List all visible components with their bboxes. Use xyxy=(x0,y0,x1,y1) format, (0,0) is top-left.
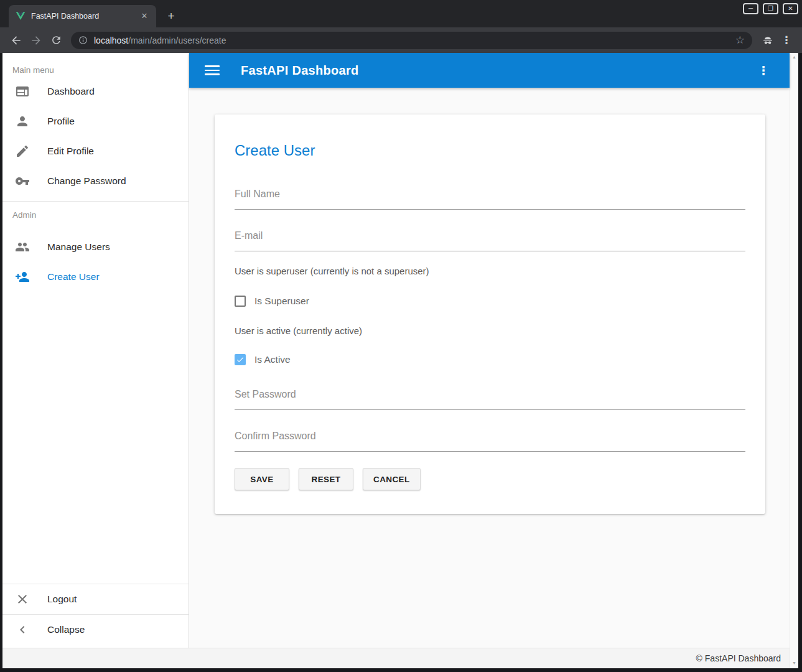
window-controls: ─ ❐ ✕ xyxy=(743,3,798,14)
reset-button[interactable]: RESET xyxy=(299,468,353,490)
sidebar-item-change-password[interactable]: Change Password xyxy=(2,166,189,196)
active-hint: User is active (currently active) xyxy=(235,325,745,337)
close-window-button[interactable]: ✕ xyxy=(783,3,798,14)
set-password-input[interactable] xyxy=(235,387,745,410)
sidebar-item-collapse[interactable]: Collapse xyxy=(2,615,189,645)
browser-tab-strip: FastAPI Dashboard ✕ + ─ ❐ ✕ xyxy=(0,0,802,27)
people-icon xyxy=(15,240,30,254)
full-name-field-wrap xyxy=(235,187,745,210)
incognito-avatar-button[interactable] xyxy=(758,31,777,50)
sidebar-item-create-user[interactable]: Create User xyxy=(2,262,189,292)
form-buttons: SAVE RESET CANCEL xyxy=(235,468,745,490)
set-password-field-wrap xyxy=(235,387,745,410)
back-arrow-icon xyxy=(10,34,22,47)
vue-favicon-icon xyxy=(16,11,26,21)
new-tab-button[interactable]: + xyxy=(164,9,179,24)
dashboard-icon xyxy=(15,84,30,99)
scroll-up-icon[interactable]: ▲ xyxy=(792,55,796,60)
back-button[interactable] xyxy=(6,30,26,50)
app-bar: FastAPI Dashboard ⋮ xyxy=(189,53,790,88)
sidebar-item-edit-profile[interactable]: Edit Profile xyxy=(2,136,189,166)
confirm-password-input[interactable] xyxy=(235,429,745,452)
is-active-checkbox[interactable] xyxy=(235,354,246,365)
url-path: /main/admin/users/create xyxy=(128,35,226,45)
app-title: FastAPI Dashboard xyxy=(241,63,756,78)
bookmark-star-icon[interactable]: ☆ xyxy=(735,34,745,47)
sidebar-item-label: Change Password xyxy=(47,175,126,187)
page-title: Create User xyxy=(235,142,745,159)
sidebar-item-label: Profile xyxy=(47,116,75,127)
sidebar: Main menu Dashboard Profile xyxy=(2,53,189,648)
is-active-label: Is Active xyxy=(254,354,291,365)
copyright-text: © FastAPI Dashboard xyxy=(696,653,781,663)
create-user-card: Create User User is superuser (currently… xyxy=(215,114,765,514)
reload-icon xyxy=(50,34,62,46)
sidebar-section-label-main-menu: Main menu xyxy=(2,53,189,77)
checkmark-icon xyxy=(236,355,245,364)
tab-title: FastAPI Dashboard xyxy=(31,12,139,21)
site-info-icon[interactable] xyxy=(78,35,88,45)
sidebar-spacer xyxy=(2,292,189,584)
close-x-icon xyxy=(15,592,30,607)
forward-button[interactable] xyxy=(26,30,46,50)
url-text: localhost/main/admin/users/create xyxy=(94,35,730,45)
scroll-down-icon[interactable]: ▼ xyxy=(792,661,796,666)
page-main: Main menu Dashboard Profile xyxy=(2,53,790,668)
is-superuser-checkbox[interactable] xyxy=(235,296,246,307)
is-superuser-checkbox-row[interactable]: Is Superuser xyxy=(235,294,745,309)
edit-pencil-icon xyxy=(15,144,30,159)
page-footer: © FastAPI Dashboard xyxy=(2,648,790,668)
kebab-icon: ⋮ xyxy=(781,34,792,47)
sidebar-item-label: Edit Profile xyxy=(47,146,94,157)
tab-close-icon[interactable]: ✕ xyxy=(139,11,150,22)
browser-menu-button[interactable]: ⋮ xyxy=(777,31,796,50)
full-name-input[interactable] xyxy=(235,187,745,210)
main-column: FastAPI Dashboard ⋮ Create User xyxy=(189,53,790,648)
url-address-bar[interactable]: localhost/main/admin/users/create ☆ xyxy=(71,32,752,49)
appbar-kebab-icon[interactable]: ⋮ xyxy=(756,63,771,78)
sidebar-item-profile[interactable]: Profile xyxy=(2,106,189,136)
email-input[interactable] xyxy=(235,228,745,251)
sidebar-section-label-admin: Admin xyxy=(2,202,189,232)
cancel-button[interactable]: CANCEL xyxy=(363,468,421,490)
key-icon xyxy=(15,174,30,189)
maximize-button[interactable]: ❐ xyxy=(763,3,778,14)
confirm-password-field-wrap xyxy=(235,429,745,452)
person-add-icon xyxy=(15,269,30,284)
browser-tab[interactable]: FastAPI Dashboard ✕ xyxy=(9,5,156,27)
sidebar-item-label: Manage Users xyxy=(47,241,110,253)
browser-toolbar: localhost/main/admin/users/create ☆ ⋮ xyxy=(0,27,802,53)
sidebar-item-label: Create User xyxy=(47,271,100,282)
reload-button[interactable] xyxy=(46,30,66,50)
superuser-hint: User is superuser (currently is not a su… xyxy=(235,265,745,278)
url-host: localhost xyxy=(94,35,128,45)
chevron-left-icon xyxy=(15,622,30,637)
vertical-scrollbar[interactable]: ▲ ▼ xyxy=(790,53,798,668)
sidebar-item-label: Collapse xyxy=(47,624,85,635)
hamburger-menu-icon[interactable] xyxy=(205,63,220,78)
email-field-wrap xyxy=(235,228,745,251)
forward-arrow-icon xyxy=(30,34,42,47)
is-superuser-label: Is Superuser xyxy=(254,296,309,307)
person-icon xyxy=(15,114,30,129)
sidebar-item-manage-users[interactable]: Manage Users xyxy=(2,232,189,262)
sidebar-item-label: Logout xyxy=(47,594,77,605)
sidebar-item-dashboard[interactable]: Dashboard xyxy=(2,77,189,106)
web-page: Main menu Dashboard Profile xyxy=(2,53,798,668)
sidebar-item-logout[interactable]: Logout xyxy=(2,584,189,614)
content-area: Create User User is superuser (currently… xyxy=(189,88,790,648)
page-body: Main menu Dashboard Profile xyxy=(2,53,790,648)
browser-window: FastAPI Dashboard ✕ + ─ ❐ ✕ localhost/ma… xyxy=(0,0,802,672)
sidebar-item-label: Dashboard xyxy=(47,86,95,97)
minimize-button[interactable]: ─ xyxy=(743,3,758,14)
incognito-icon xyxy=(762,34,774,47)
is-active-checkbox-row[interactable]: Is Active xyxy=(235,352,745,367)
save-button[interactable]: SAVE xyxy=(235,468,289,490)
